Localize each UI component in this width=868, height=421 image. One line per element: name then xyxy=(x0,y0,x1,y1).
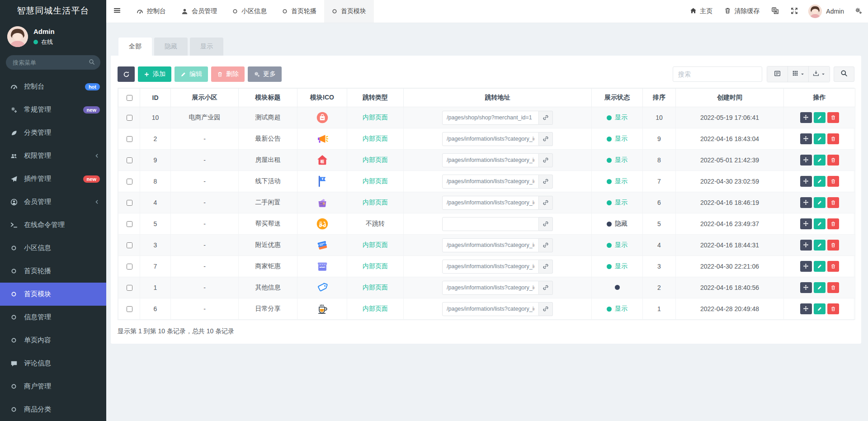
user-menu[interactable]: Admin xyxy=(804,0,849,23)
row-delete-button[interactable] xyxy=(827,303,839,314)
table-search-input[interactable] xyxy=(673,66,762,82)
sidebar-item-merchant[interactable]: 商户管理 xyxy=(0,375,106,398)
jump-url-input[interactable] xyxy=(442,175,539,189)
row-checkbox[interactable] xyxy=(127,179,132,184)
tab-dashboard[interactable]: 控制台 xyxy=(129,0,174,23)
add-button[interactable]: 添加 xyxy=(138,66,171,82)
jump-url-input[interactable] xyxy=(442,281,539,295)
row-move-button[interactable] xyxy=(800,240,812,251)
row-move-button[interactable] xyxy=(800,218,812,229)
row-delete-button[interactable] xyxy=(827,155,839,166)
row-edit-button[interactable] xyxy=(814,218,826,229)
row-edit-button[interactable] xyxy=(814,133,826,144)
row-delete-button[interactable] xyxy=(827,282,839,293)
sidebar-item-community[interactable]: 小区信息 xyxy=(0,237,106,260)
row-checkbox[interactable] xyxy=(127,136,132,142)
toolbar-edit-button[interactable]: 编辑 xyxy=(175,66,208,82)
row-edit-button[interactable] xyxy=(814,112,826,123)
link-button[interactable] xyxy=(539,132,553,146)
refresh-button[interactable] xyxy=(118,66,135,82)
link-button[interactable] xyxy=(539,196,553,210)
row-checkbox[interactable] xyxy=(127,157,132,163)
sidebar-item-addon[interactable]: 插件管理new xyxy=(0,167,106,190)
row-edit-button[interactable] xyxy=(814,303,826,314)
sidebar-item-home-module[interactable]: 首页模块 xyxy=(0,283,106,306)
sidebar-item-page[interactable]: 单页内容 xyxy=(0,329,106,352)
jump-url-input[interactable] xyxy=(442,196,539,210)
link-button[interactable] xyxy=(539,217,553,231)
sidebar-item-auth[interactable]: 权限管理 xyxy=(0,144,106,167)
search-button[interactable] xyxy=(834,66,854,82)
row-move-button[interactable] xyxy=(800,176,812,187)
link-button[interactable] xyxy=(539,153,553,167)
row-delete-button[interactable] xyxy=(827,240,839,251)
row-move-button[interactable] xyxy=(800,112,812,123)
menu-toggle-button[interactable] xyxy=(106,0,129,23)
link-button[interactable] xyxy=(539,238,553,252)
clear-cache-button[interactable]: 清除缓存 xyxy=(718,0,765,23)
jump-url-input[interactable] xyxy=(442,217,539,231)
row-delete-button[interactable] xyxy=(827,176,839,187)
row-edit-button[interactable] xyxy=(814,261,826,272)
row-edit-button[interactable] xyxy=(814,176,826,187)
detail-view-button[interactable] xyxy=(767,66,788,82)
sidebar-item-comment[interactable]: 评论信息 xyxy=(0,352,106,375)
columns-button[interactable] xyxy=(788,66,809,82)
jump-url-input[interactable] xyxy=(442,111,539,125)
jump-url-input[interactable] xyxy=(442,260,539,274)
row-move-button[interactable] xyxy=(800,282,812,293)
row-checkbox[interactable] xyxy=(127,115,132,121)
jump-url-input[interactable] xyxy=(442,132,539,146)
row-move-button[interactable] xyxy=(800,261,812,272)
jump-url-input[interactable] xyxy=(442,302,539,316)
sidebar-item-command[interactable]: 在线命令管理 xyxy=(0,213,106,237)
tab-community[interactable]: 小区信息 xyxy=(225,0,274,23)
jump-url-input[interactable] xyxy=(442,153,539,167)
filter-tab-0[interactable]: 全部 xyxy=(118,38,152,56)
filter-tab-1[interactable]: 隐藏 xyxy=(154,38,188,56)
tab-banner[interactable]: 首页轮播 xyxy=(274,0,324,23)
filter-tab-2[interactable]: 显示 xyxy=(190,38,223,56)
row-edit-button[interactable] xyxy=(814,282,826,293)
select-all-checkbox[interactable] xyxy=(127,95,132,101)
fullscreen-button[interactable] xyxy=(785,0,804,23)
menu-search-input[interactable] xyxy=(6,55,100,70)
sidebar-item-information[interactable]: 信息管理 xyxy=(0,306,106,329)
row-checkbox[interactable] xyxy=(127,221,132,227)
more-button[interactable]: 更多 xyxy=(248,66,282,82)
export-button[interactable] xyxy=(809,66,830,82)
row-checkbox[interactable] xyxy=(127,285,132,291)
settings-button[interactable] xyxy=(849,0,868,23)
sidebar-item-general[interactable]: 常规管理new xyxy=(0,98,106,121)
row-edit-button[interactable] xyxy=(814,155,826,166)
row-edit-button[interactable] xyxy=(814,197,826,208)
row-checkbox[interactable] xyxy=(127,242,132,248)
row-delete-button[interactable] xyxy=(827,112,839,123)
sidebar-item-category[interactable]: 分类管理 xyxy=(0,121,106,144)
row-checkbox[interactable] xyxy=(127,264,132,270)
sidebar-item-banner[interactable]: 首页轮播 xyxy=(0,260,106,283)
row-edit-button[interactable] xyxy=(814,240,826,251)
sidebar-item-goods-category[interactable]: 商品分类 xyxy=(0,398,106,421)
row-delete-button[interactable] xyxy=(827,197,839,208)
row-move-button[interactable] xyxy=(800,133,812,144)
row-checkbox[interactable] xyxy=(127,306,132,312)
row-delete-button[interactable] xyxy=(827,261,839,272)
link-button[interactable] xyxy=(539,281,553,295)
link-button[interactable] xyxy=(539,302,553,316)
link-button[interactable] xyxy=(539,111,553,125)
home-link[interactable]: 主页 xyxy=(684,0,718,23)
row-move-button[interactable] xyxy=(800,303,812,314)
sidebar-item-member[interactable]: 会员管理 xyxy=(0,190,106,213)
row-move-button[interactable] xyxy=(800,197,812,208)
row-checkbox[interactable] xyxy=(127,200,132,206)
link-button[interactable] xyxy=(539,175,553,189)
toolbar-delete-button[interactable]: 删除 xyxy=(211,66,245,82)
row-delete-button[interactable] xyxy=(827,133,839,144)
language-button[interactable] xyxy=(765,0,785,23)
row-delete-button[interactable] xyxy=(827,218,839,229)
tab-member[interactable]: 会员管理 xyxy=(174,0,225,23)
link-button[interactable] xyxy=(539,260,553,274)
row-move-button[interactable] xyxy=(800,155,812,166)
sidebar-item-dashboard[interactable]: 控制台hot xyxy=(0,75,106,98)
